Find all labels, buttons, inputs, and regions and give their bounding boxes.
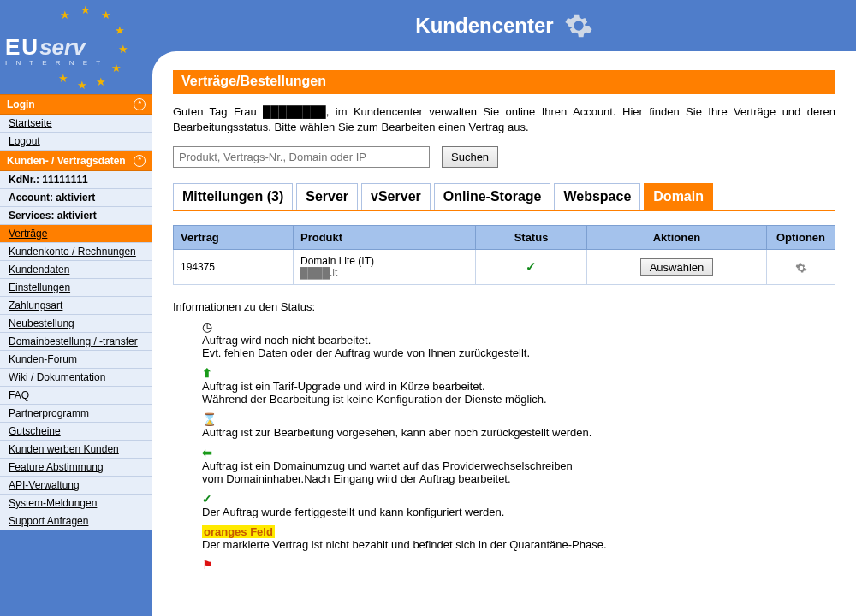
sidebar-item-faq[interactable]: FAQ bbox=[0, 387, 152, 405]
logo: ★ ★ ★ ★ ★ ★ ★ ★ ★ EUserv I N T E R N E T bbox=[0, 0, 152, 94]
search-button[interactable]: Suchen bbox=[442, 146, 498, 168]
sidebar-item-systemmeldungen[interactable]: System-Meldungen bbox=[0, 495, 152, 512]
tab-webspace[interactable]: Webspace bbox=[554, 183, 640, 210]
page-title: Verträge/Bestellungen bbox=[173, 70, 835, 94]
status-text: Auftrag ist zur Bearbeitung vorgesehen, … bbox=[202, 426, 835, 439]
tab-mitteilungen[interactable]: Mitteilungen (3) bbox=[173, 183, 293, 210]
logo-subtitle: I N T E R N E T bbox=[5, 59, 147, 67]
sidebar-item-kundenkonto[interactable]: Kundenkonto / Rechnungen bbox=[0, 243, 152, 261]
sidebar-kdnr: KdNr.: 11111111 bbox=[0, 171, 152, 189]
tab-server[interactable]: Server bbox=[296, 183, 358, 210]
sidebar-item-einstellungen[interactable]: Einstellungen bbox=[0, 279, 152, 297]
sidebar-service-status: Services: aktiviert bbox=[0, 207, 152, 225]
sidebar-item-kundendaten[interactable]: Kundendaten bbox=[0, 261, 152, 279]
hourglass-icon: ⌛ bbox=[202, 412, 217, 426]
status-text: Auftrag ist ein Domainumzug und wartet a… bbox=[202, 459, 835, 472]
th-aktionen: Aktionen bbox=[587, 226, 767, 250]
th-status: Status bbox=[476, 226, 587, 250]
th-optionen: Optionen bbox=[767, 226, 835, 250]
chevron-up-icon: ˄ bbox=[134, 155, 146, 167]
status-text: Auftrag ist ein Tarif-Upgrade und wird i… bbox=[202, 380, 835, 393]
sidebar-item-vertraege[interactable]: Verträge bbox=[0, 225, 152, 243]
produkt-name: Domain Lite (IT) bbox=[300, 255, 468, 267]
sidebar-item-wiki[interactable]: Wiki / Dokumentation bbox=[0, 369, 152, 387]
sidebar-item-neubestellung[interactable]: Neubestellung bbox=[0, 315, 152, 333]
chevron-up-icon: ˄ bbox=[134, 98, 146, 110]
app-title: Kundencenter bbox=[415, 14, 553, 38]
orange-marker: oranges Feld bbox=[202, 525, 275, 538]
th-produkt: Produkt bbox=[294, 226, 476, 250]
app-header: Kundencenter bbox=[152, 0, 856, 51]
check-icon: ✓ bbox=[526, 259, 537, 274]
status-legend: ◷ Auftrag wird noch nicht bearbeitet. Ev… bbox=[202, 320, 835, 572]
contracts-table: Vertrag Produkt Status Aktionen Optionen… bbox=[173, 225, 835, 285]
select-button[interactable]: Auswählen bbox=[640, 258, 714, 276]
sidebar-item-kundenwerben[interactable]: Kunden werben Kunden bbox=[0, 441, 152, 459]
sidebar-item-partnerprogramm[interactable]: Partnerprogramm bbox=[0, 405, 152, 423]
search-input[interactable] bbox=[173, 146, 430, 168]
tabs: Mitteilungen (3) Server vServer Online-S… bbox=[173, 183, 835, 211]
sidebar-item-support[interactable]: Support Anfragen bbox=[0, 512, 152, 530]
sidebar-item-zahlungsart[interactable]: Zahlungsart bbox=[0, 297, 152, 315]
produkt-domain: ████.it bbox=[300, 267, 468, 279]
tab-domain[interactable]: Domain bbox=[644, 183, 713, 210]
sidebar-item-startseite[interactable]: Startseite bbox=[0, 115, 152, 133]
clock-icon: ◷ bbox=[202, 320, 217, 334]
table-row: 194375 Domain Lite (IT) ████.it ✓ Auswäh… bbox=[174, 250, 835, 285]
sidebar-item-domainbestellung[interactable]: Domainbestellung / -transfer bbox=[0, 333, 152, 351]
cell-status: ✓ bbox=[476, 250, 587, 285]
sidebar-login-label: Login bbox=[7, 98, 35, 110]
tab-online-storage[interactable]: Online-Storage bbox=[434, 183, 551, 210]
check-icon: ✓ bbox=[202, 492, 217, 506]
arrow-up-icon: ⬆ bbox=[202, 366, 217, 380]
status-text: Evt. fehlen Daten oder der Auftrag wurde… bbox=[202, 346, 835, 359]
status-text: Der markierte Vertrag ist nicht bezahlt … bbox=[202, 538, 835, 551]
tab-vserver[interactable]: vServer bbox=[361, 183, 431, 210]
status-text: Auftrag wird noch nicht bearbeitet. bbox=[202, 334, 835, 346]
sidebar-section-login[interactable]: Login ˄ bbox=[0, 94, 152, 115]
arrow-left-icon: ⬅ bbox=[202, 446, 217, 459]
intro-text: Guten Tag Frau ████████, im Kundencenter… bbox=[173, 104, 835, 134]
status-text: Der Auftrag wurde fertiggestellt und kan… bbox=[202, 506, 835, 518]
gear-icon[interactable] bbox=[795, 262, 807, 274]
status-text: vom Domaininhaber.Nach Eingang wird der … bbox=[202, 472, 835, 485]
logo-serv: serv bbox=[39, 34, 86, 60]
cell-produkt: Domain Lite (IT) ████.it bbox=[294, 250, 476, 285]
cell-optionen bbox=[767, 250, 835, 285]
sidebar-kd-label: Kunden- / Vertragsdaten bbox=[7, 155, 126, 167]
cell-aktionen: Auswählen bbox=[587, 250, 767, 285]
sidebar-item-kundenforum[interactable]: Kunden-Forum bbox=[0, 351, 152, 369]
sidebar-item-api[interactable]: API-Verwaltung bbox=[0, 477, 152, 495]
cell-vertrag: 194375 bbox=[174, 250, 294, 285]
th-vertrag: Vertrag bbox=[174, 226, 294, 250]
sidebar-item-feature-abstimmung[interactable]: Feature Abstimmung bbox=[0, 459, 152, 477]
sidebar-item-gutscheine[interactable]: Gutscheine bbox=[0, 423, 152, 441]
flag-icon: ⚑ bbox=[202, 558, 217, 572]
sidebar-item-logout[interactable]: Logout bbox=[0, 133, 152, 151]
gear-icon bbox=[564, 11, 593, 40]
sidebar-section-kundendaten[interactable]: Kunden- / Vertragsdaten ˄ bbox=[0, 151, 152, 171]
logo-eu: EU bbox=[5, 34, 39, 60]
sidebar-account-status: Account: aktiviert bbox=[0, 189, 152, 207]
status-heading: Informationen zu den Status: bbox=[173, 300, 835, 313]
status-text: Während der Bearbeitung ist keine Konfig… bbox=[202, 393, 835, 406]
